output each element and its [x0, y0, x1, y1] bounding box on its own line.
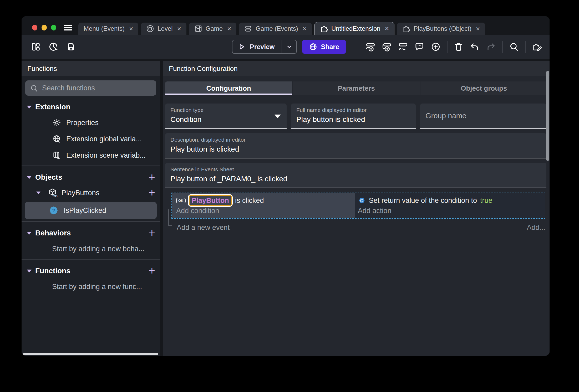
main-header: Function Configuration — [163, 61, 550, 76]
function-configuration-panel: Function Configuration Configuration Par… — [163, 61, 550, 356]
add-subevent-button[interactable] — [382, 42, 392, 52]
add-more-button[interactable]: Add... — [527, 224, 545, 232]
tab-game-events[interactable]: Game (Events) × — [239, 23, 312, 35]
chevron-down-icon[interactable] — [27, 270, 32, 272]
close-tab-icon[interactable]: × — [385, 24, 389, 33]
sidebar-item-isplayclicked[interactable]: ? IsPlayClicked — [25, 202, 157, 219]
search-button[interactable] — [509, 42, 519, 52]
sentence-field[interactable]: Sentence in Events Sheet Play button of … — [165, 163, 546, 188]
extension-edit-icon — [532, 42, 543, 52]
section-divider — [22, 166, 160, 166]
history-clock-icon — [48, 42, 58, 52]
add-other-event-button[interactable] — [398, 42, 408, 52]
minimize-window-button[interactable] — [42, 25, 47, 30]
add-event-button[interactable] — [365, 42, 375, 52]
event-row-selected[interactable]: OK PlayButton is clicked Add condition — [171, 193, 545, 219]
sidebar-item-properties[interactable]: Properties — [22, 115, 160, 131]
field-value: Play button is clicked — [296, 115, 410, 124]
tab-game[interactable]: Game × — [189, 23, 237, 35]
add-comment-button[interactable] — [414, 42, 424, 52]
group-name-field[interactable] — [420, 104, 546, 129]
section-behaviors[interactable]: Behaviors + — [22, 225, 160, 241]
tab-level[interactable]: Level × — [141, 23, 186, 35]
section-functions[interactable]: Functions + — [22, 263, 160, 278]
preview-button-group: Preview — [232, 40, 297, 54]
save-project-button[interactable] — [66, 42, 76, 51]
event-tree-connector — [168, 209, 172, 226]
tab-label: Object groups — [461, 84, 507, 92]
preview-options-button[interactable] — [282, 40, 296, 53]
tab-menu-events[interactable]: Menu (Events) × — [78, 23, 138, 35]
events-sheet: OK PlayButton is clicked Add condition — [163, 193, 550, 232]
chevron-down-icon[interactable] — [27, 176, 32, 179]
add-function-to-object-button[interactable]: + — [149, 187, 155, 198]
add-other-events-icon — [398, 42, 408, 52]
close-tab-icon[interactable]: × — [129, 25, 133, 33]
sidebar-horizontal-scrollbar[interactable] — [23, 353, 158, 355]
version-history-button[interactable] — [48, 42, 58, 52]
event-actions-column[interactable]: Set return value of the condition to tru… — [355, 193, 545, 218]
close-tab-icon[interactable]: × — [303, 25, 307, 33]
undo-button[interactable] — [470, 42, 480, 52]
chevron-down-icon[interactable] — [27, 106, 32, 109]
save-icon — [66, 42, 76, 51]
main-menu-button[interactable] — [63, 24, 73, 31]
extension-puzzle-icon — [402, 24, 410, 33]
field-label: Function type — [170, 107, 281, 113]
add-action-button[interactable]: Add action — [358, 206, 545, 216]
window-controls — [32, 25, 56, 30]
tab-untitled-extension[interactable]: UntitledExtension × — [314, 22, 394, 35]
delete-button[interactable] — [454, 42, 463, 52]
add-button[interactable] — [431, 42, 441, 52]
tab-object-groups[interactable]: Object groups — [420, 81, 547, 95]
close-tab-icon[interactable]: × — [227, 25, 231, 33]
add-new-event-button[interactable]: Add a new event — [177, 224, 230, 232]
configuration-tabs: Configuration Parameters Object groups — [165, 81, 547, 95]
close-tab-icon[interactable]: × — [177, 25, 181, 33]
tab-playbuttons-object[interactable]: PlayButtons (Object) × — [397, 23, 485, 35]
redo-icon — [486, 42, 496, 52]
add-event-icon — [365, 42, 375, 52]
section-objects[interactable]: Objects + — [22, 170, 160, 185]
sidebar-item-extension-global-variables[interactable]: Extension global varia... — [22, 131, 160, 147]
sidebar-item-playbuttons[interactable]: 2D PlayButtons + — [22, 185, 160, 201]
add-object-button[interactable]: + — [149, 172, 155, 183]
tab-label: Parameters — [338, 84, 375, 92]
action-value-true[interactable]: true — [480, 197, 492, 205]
vertical-scrollbar-thumb[interactable] — [546, 71, 549, 161]
functions-tree: Extension Properties — [22, 96, 160, 356]
chevron-down-icon[interactable] — [27, 232, 32, 235]
edit-extension-button[interactable] — [532, 42, 543, 52]
share-button[interactable]: Share — [302, 40, 346, 54]
group-name-input[interactable] — [420, 104, 546, 128]
add-behavior-button[interactable]: + — [149, 228, 155, 239]
close-window-button[interactable] — [32, 25, 37, 30]
add-free-function-button[interactable]: + — [149, 265, 155, 276]
preview-button[interactable]: Preview — [232, 40, 282, 53]
full-name-field[interactable]: Full name displayed in editor Play butto… — [291, 104, 416, 129]
toggle-panels-button[interactable] — [31, 42, 40, 51]
condition-text: is clicked — [235, 197, 264, 205]
tab-label: Configuration — [206, 84, 251, 92]
svg-text:2D: 2D — [53, 194, 58, 198]
object-chip-playbutton[interactable]: PlayButton — [189, 195, 232, 206]
item-label: IsPlayClicked — [64, 207, 106, 215]
redo-button[interactable] — [486, 42, 496, 52]
zoom-window-button[interactable] — [51, 25, 56, 30]
content-area: Functions Extension — [22, 59, 550, 356]
chevron-down-icon[interactable] — [36, 192, 40, 194]
add-condition-button[interactable]: Add condition — [176, 206, 355, 216]
sidebar-item-extension-scene-variables[interactable]: Extension scene variab... — [22, 147, 160, 163]
description-field[interactable]: Description, displayed in editor Play bu… — [165, 133, 546, 158]
tab-configuration[interactable]: Configuration — [165, 81, 292, 95]
section-divider — [22, 221, 160, 222]
gear-icon — [52, 118, 62, 127]
function-type-select[interactable]: Function type Condition — [165, 104, 287, 129]
extension-puzzle-icon — [320, 24, 328, 33]
globe-icon — [309, 43, 317, 51]
event-conditions-column[interactable]: OK PlayButton is clicked Add condition — [172, 193, 355, 218]
section-extension[interactable]: Extension — [22, 99, 160, 115]
search-functions-input[interactable] — [25, 80, 156, 96]
tab-parameters[interactable]: Parameters — [293, 81, 420, 95]
close-tab-icon[interactable]: × — [476, 25, 480, 33]
